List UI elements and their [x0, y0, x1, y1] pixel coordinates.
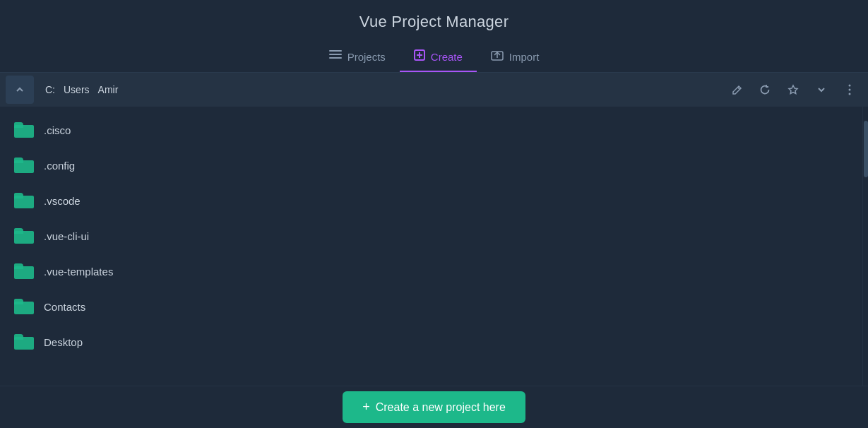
folder-icon: [14, 263, 34, 279]
folder-icon: [14, 334, 34, 350]
folder-icon: [14, 157, 34, 173]
import-icon: [491, 49, 504, 64]
bottom-bar: + Create a new project here: [0, 386, 868, 428]
file-name: .cisco: [44, 124, 71, 136]
tab-create-label: Create: [431, 51, 463, 63]
tab-import-label: Import: [509, 51, 540, 63]
create-project-button[interactable]: + Create a new project here: [343, 391, 525, 423]
navigate-up-button[interactable]: [6, 76, 34, 104]
svg-marker-9: [789, 85, 797, 94]
list-item[interactable]: .vue-templates: [0, 254, 862, 289]
svg-point-11: [849, 89, 851, 91]
list-item[interactable]: .config: [0, 148, 862, 183]
svg-rect-0: [329, 50, 342, 52]
list-item[interactable]: .cisco: [0, 112, 862, 148]
file-name: .vscode: [44, 195, 81, 207]
file-name: .vue-cli-ui: [44, 230, 89, 242]
tab-projects-label: Projects: [347, 51, 386, 63]
folder-icon: [14, 299, 34, 314]
breadcrumb-drive[interactable]: C:: [42, 83, 58, 97]
breadcrumb-users[interactable]: Users: [61, 83, 93, 97]
file-name: .vue-templates: [44, 266, 113, 278]
toolbar: C: Users Amir: [0, 73, 868, 107]
tab-projects[interactable]: Projects: [315, 43, 400, 71]
favorite-button[interactable]: [780, 77, 806, 102]
list-item[interactable]: .vue-cli-ui: [0, 218, 862, 254]
folder-icon: [14, 193, 34, 208]
file-list: .cisco.config.vscode.vue-cli-ui.vue-temp…: [0, 107, 862, 423]
header: Vue Project Manager Projects Create: [0, 0, 868, 73]
nav-tabs: Projects Create Import: [0, 42, 868, 72]
create-project-label: Create a new project here: [376, 401, 506, 414]
tab-import[interactable]: Import: [477, 42, 554, 72]
file-name: Desktop: [44, 336, 83, 348]
refresh-button[interactable]: [752, 77, 778, 102]
svg-point-10: [849, 85, 851, 87]
svg-rect-1: [329, 54, 342, 55]
list-item[interactable]: Desktop: [0, 324, 862, 359]
file-name: .config: [44, 160, 75, 172]
svg-rect-2: [329, 57, 342, 59]
dropdown-button[interactable]: [809, 77, 834, 102]
file-list-container: .cisco.config.vscode.vue-cli-ui.vue-temp…: [0, 107, 868, 423]
scrollbar-thumb[interactable]: [864, 121, 868, 177]
file-name: Contacts: [44, 301, 85, 313]
tab-create[interactable]: Create: [400, 42, 477, 72]
edit-path-button[interactable]: [724, 77, 749, 102]
breadcrumb: C: Users Amir: [34, 76, 724, 104]
app-title: Vue Project Manager: [0, 13, 868, 31]
toolbar-actions: [724, 77, 862, 102]
scrollbar-track[interactable]: [862, 107, 868, 423]
plus-icon: +: [362, 400, 370, 415]
more-options-button[interactable]: [837, 77, 862, 102]
list-item[interactable]: Contacts: [0, 289, 862, 324]
projects-icon: [329, 50, 342, 63]
folder-icon: [14, 122, 34, 138]
create-icon: [414, 49, 425, 64]
folder-icon: [14, 228, 34, 244]
list-item[interactable]: .vscode: [0, 183, 862, 218]
breadcrumb-current[interactable]: Amir: [95, 83, 121, 97]
svg-point-12: [849, 93, 851, 95]
